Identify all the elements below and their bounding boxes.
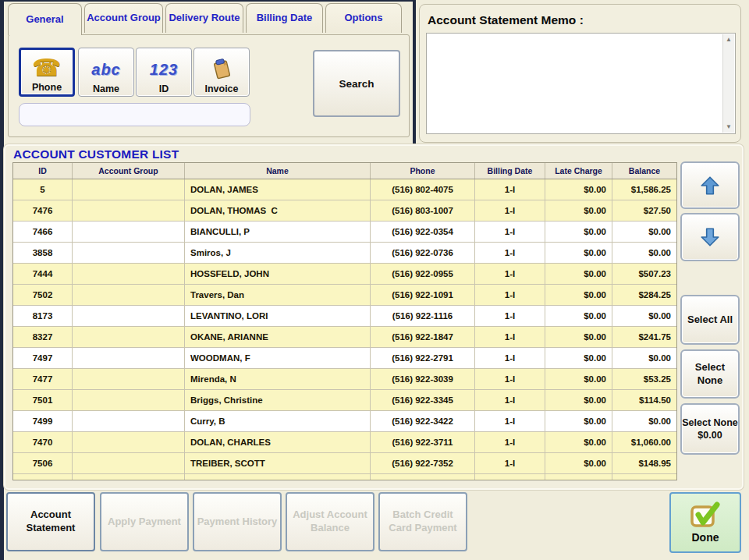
table-row[interactable]: 7502Travers, Dan(516) 922-10911-I$0.00$2… bbox=[13, 285, 676, 306]
cell-name: OKANE, ARIANNE bbox=[185, 327, 371, 348]
cell-billing: 1-I bbox=[475, 222, 545, 243]
memo-label: Account Statement Memo : bbox=[428, 13, 584, 27]
cell-billing: 1-I bbox=[475, 200, 545, 222]
select-all-button[interactable]: Select All bbox=[680, 295, 740, 345]
column-header-name: Name bbox=[185, 163, 371, 179]
table-row-partial[interactable] bbox=[13, 474, 676, 480]
invoice-icon bbox=[208, 55, 235, 83]
table-row[interactable]: 7466BIANCULLI, P(516) 922-03541-I$0.00$0… bbox=[13, 222, 676, 243]
cell-phone: (516) 922-0955 bbox=[371, 264, 475, 285]
table-row[interactable]: 5DOLAN, JAMES(516) 802-40751-I$0.00$1,58… bbox=[13, 179, 676, 200]
scroll-down-button[interactable] bbox=[680, 213, 740, 261]
cell-balance: $507.23 bbox=[612, 264, 676, 285]
table-row[interactable]: 8327OKANE, ARIANNE(516) 922-18471-I$0.00… bbox=[13, 327, 676, 348]
done-button[interactable]: Done bbox=[669, 492, 741, 553]
tab-general[interactable]: General bbox=[8, 3, 82, 35]
cell-balance: $53.25 bbox=[612, 369, 676, 390]
cell-name: LEVANTINO, LORI bbox=[185, 306, 371, 327]
cell-group bbox=[73, 411, 185, 432]
cell-late: $0.00 bbox=[545, 327, 612, 348]
search-input[interactable] bbox=[19, 103, 250, 126]
scroll-down-icon[interactable]: ▼ bbox=[726, 122, 732, 133]
table-row[interactable]: 7476DOLAN, THOMAS C(516) 803-10071-I$0.0… bbox=[13, 200, 676, 222]
cell-late: $0.00 bbox=[545, 222, 612, 243]
search-mode-name[interactable]: abc Name bbox=[78, 48, 134, 97]
cell-phone: (516) 922-3345 bbox=[371, 390, 475, 411]
cell-group bbox=[73, 179, 185, 200]
search-mode-id[interactable]: 123 ID bbox=[136, 48, 192, 97]
cell-id: 7499 bbox=[13, 411, 73, 432]
down-arrow-icon bbox=[699, 226, 721, 248]
cell-name: WOODMAN, F bbox=[185, 348, 371, 369]
select-none-zero-button[interactable]: Select None $0.00 bbox=[680, 403, 740, 455]
customer-table-body: 5DOLAN, JAMES(516) 802-40751-I$0.00$1,58… bbox=[13, 179, 676, 474]
column-header-balance: Balance bbox=[612, 163, 676, 179]
cell-billing: 1-I bbox=[475, 243, 545, 264]
phone-icon: ☎ bbox=[32, 54, 61, 82]
cell-billing: 1-I bbox=[475, 327, 545, 348]
search-button[interactable]: Search bbox=[313, 50, 400, 117]
cell-group bbox=[73, 200, 185, 222]
mode-label: ID bbox=[159, 83, 169, 94]
account-statement-memo-panel: Account Statement Memo : ▲ ▼ bbox=[419, 4, 741, 143]
table-row[interactable]: 7444HOSSFELD, JOHN(516) 922-09551-I$0.00… bbox=[13, 264, 676, 285]
cell-late: $0.00 bbox=[545, 411, 612, 432]
scroll-up-button[interactable] bbox=[680, 161, 740, 209]
cell-phone: (516) 922-0354 bbox=[371, 222, 475, 243]
memo-scrollbar[interactable]: ▲ ▼ bbox=[722, 34, 734, 133]
cell-phone: (516) 803-1007 bbox=[371, 200, 475, 222]
cell-billing: 1-I bbox=[475, 390, 545, 411]
cell-id: 7501 bbox=[13, 390, 73, 411]
cell-group bbox=[73, 348, 185, 369]
cell-balance: $241.75 bbox=[612, 327, 676, 348]
cell-id: 7506 bbox=[13, 453, 73, 474]
cell-name: Mirenda, N bbox=[185, 369, 371, 390]
column-header-phone: Phone bbox=[371, 163, 475, 179]
cell-balance: $0.00 bbox=[612, 222, 676, 243]
search-mode-phone[interactable]: ☎ Phone bbox=[19, 48, 75, 97]
tab-delivery-route[interactable]: Delivery Route bbox=[165, 3, 243, 33]
cell-group bbox=[73, 432, 185, 453]
cell-group bbox=[73, 327, 185, 348]
cell-phone: (516) 922-1116 bbox=[371, 306, 475, 327]
scroll-up-icon[interactable]: ▲ bbox=[726, 34, 732, 45]
cell-id: 7497 bbox=[13, 348, 73, 369]
window-top-edge bbox=[0, 0, 416, 2]
cell-billing: 1-I bbox=[475, 348, 545, 369]
table-row[interactable]: 7497WOODMAN, F(516) 922-27911-I$0.00$0.0… bbox=[13, 348, 676, 369]
cell-balance: $148.95 bbox=[612, 453, 676, 474]
customer-list-title: ACCOUNT CUSTOMER LIST bbox=[13, 147, 179, 161]
batch-credit-card-payment-button: Batch Credit Card Payment bbox=[378, 492, 467, 551]
memo-textarea[interactable]: ▲ ▼ bbox=[426, 33, 736, 134]
cell-name: DOLAN, CHARLES bbox=[185, 432, 371, 453]
cell-name: DOLAN, THOMAS C bbox=[185, 200, 371, 222]
tab-account-group[interactable]: Account Group bbox=[84, 3, 163, 33]
cell-group bbox=[73, 453, 185, 474]
table-row[interactable]: 8173LEVANTINO, LORI(516) 922-11161-I$0.0… bbox=[13, 306, 676, 327]
cell-name: BIANCULLI, P bbox=[185, 222, 371, 243]
tab-billing-date[interactable]: Billing Date bbox=[246, 3, 323, 33]
table-row[interactable]: 7477Mirenda, N(516) 922-30391-I$0.00$53.… bbox=[13, 369, 676, 390]
table-row[interactable]: 7506TREIBER, SCOTT(516) 922-73521-I$0.00… bbox=[13, 453, 676, 474]
tab-options[interactable]: Options bbox=[325, 3, 402, 33]
cell-group bbox=[73, 306, 185, 327]
customer-table: IDAccount GroupNamePhoneBilling DateLate… bbox=[12, 162, 677, 480]
table-row[interactable]: 7470DOLAN, CHARLES(516) 922-37111-I$0.00… bbox=[13, 432, 676, 453]
cell-name: Briggs, Christine bbox=[185, 390, 371, 411]
cell-late: $0.00 bbox=[545, 348, 612, 369]
table-row[interactable]: 7501Briggs, Christine(516) 922-33451-I$0… bbox=[13, 390, 676, 411]
cell-name: TREIBER, SCOTT bbox=[185, 453, 371, 474]
account-statement-button[interactable]: Account Statement bbox=[6, 492, 95, 551]
cell-late: $0.00 bbox=[545, 369, 612, 390]
cell-id: 8173 bbox=[13, 306, 73, 327]
cell-billing: 1-I bbox=[475, 306, 545, 327]
table-row[interactable]: 7499Curry, B(516) 922-34221-I$0.00$0.00 bbox=[13, 411, 676, 432]
cell-group bbox=[73, 222, 185, 243]
table-row[interactable]: 3858Smiros, J(516) 922-07361-I$0.00$0.00 bbox=[13, 243, 676, 264]
search-mode-invoice[interactable]: Invoice bbox=[193, 48, 250, 97]
cell-id: 7470 bbox=[13, 432, 73, 453]
cell-group bbox=[73, 285, 185, 306]
cell-phone: (516) 922-1847 bbox=[371, 327, 475, 348]
select-none-button[interactable]: Select None bbox=[680, 349, 740, 399]
cell-balance: $1,060.00 bbox=[612, 432, 676, 453]
